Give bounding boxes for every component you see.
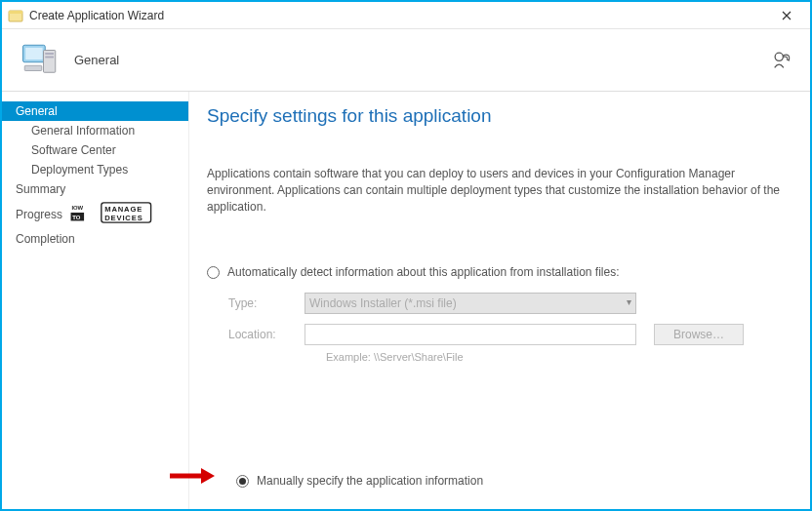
sidebar-item-software-center[interactable]: Software Center — [2, 140, 188, 160]
sidebar-item-label: Completion — [16, 232, 75, 246]
svg-text:DEVICES: DEVICES — [104, 214, 142, 222]
type-select: Windows Installer (*.msi file) — [304, 293, 636, 314]
page-label: General — [74, 53, 771, 67]
svg-text:IOW: IOW — [71, 205, 83, 211]
browse-button: Browse… — [654, 324, 744, 345]
sidebar-item-deployment-types[interactable]: Deployment Types — [2, 160, 188, 179]
sidebar-item-label: Summary — [16, 182, 65, 196]
location-input — [304, 324, 636, 345]
sidebar-item-general-information[interactable]: General Information — [2, 121, 188, 140]
svg-rect-3 — [25, 47, 43, 59]
titlebar: Create Application Wizard — [2, 2, 810, 29]
page-heading: Specify settings for this application — [207, 105, 787, 127]
feedback-icon[interactable] — [771, 50, 792, 71]
sidebar-item-progress[interactable]: Progress IOW TO MANAGE DEVICES — [2, 199, 188, 229]
location-label: Location: — [228, 328, 304, 341]
close-button[interactable] — [767, 4, 806, 27]
svg-rect-1 — [9, 11, 22, 14]
radio-manual-label: Manually specify the application informa… — [257, 474, 483, 488]
main-panel: Specify settings for this application Ap… — [189, 92, 810, 509]
sidebar-item-label: Progress — [16, 208, 62, 221]
window-title: Create Application Wizard — [29, 9, 767, 22]
sidebar: General General Information Software Cen… — [2, 92, 189, 509]
sidebar-item-label: General — [16, 104, 58, 118]
sidebar-item-completion[interactable]: Completion — [2, 229, 188, 249]
radio-icon — [236, 475, 249, 488]
radio-manual[interactable]: Manually specify the application informa… — [236, 474, 483, 488]
radio-auto-detect[interactable]: Automatically detect information about t… — [207, 265, 787, 279]
sidebar-item-label: General Information — [31, 124, 135, 138]
sidebar-item-general[interactable]: General — [2, 101, 188, 121]
sidebar-item-label: Deployment Types — [31, 163, 128, 177]
svg-rect-7 — [24, 65, 42, 70]
location-example: Example: \\Server\Share\File — [228, 351, 787, 363]
page-description: Applications contain software that you c… — [207, 166, 787, 215]
wizard-header: General — [2, 29, 810, 92]
type-label: Type: — [228, 296, 304, 310]
auto-detect-form: Type: Windows Installer (*.msi file) ▾ L… — [207, 293, 787, 363]
svg-point-8 — [775, 53, 783, 60]
sidebar-item-summary[interactable]: Summary — [2, 179, 188, 199]
svg-rect-5 — [45, 53, 54, 55]
app-icon — [8, 8, 23, 23]
sidebar-item-label: Software Center — [31, 143, 116, 157]
svg-rect-6 — [45, 56, 54, 58]
type-row: Type: Windows Installer (*.msi file) ▾ — [228, 293, 787, 314]
wizard-body: General General Information Software Cen… — [2, 92, 810, 509]
location-row: Location: Browse… — [228, 324, 787, 345]
radio-auto-label: Automatically detect information about t… — [227, 265, 620, 279]
computer-icon — [20, 40, 61, 81]
radio-icon — [207, 266, 220, 279]
watermark-badge: IOW TO MANAGE DEVICES — [68, 202, 156, 226]
svg-text:TO: TO — [72, 215, 81, 220]
